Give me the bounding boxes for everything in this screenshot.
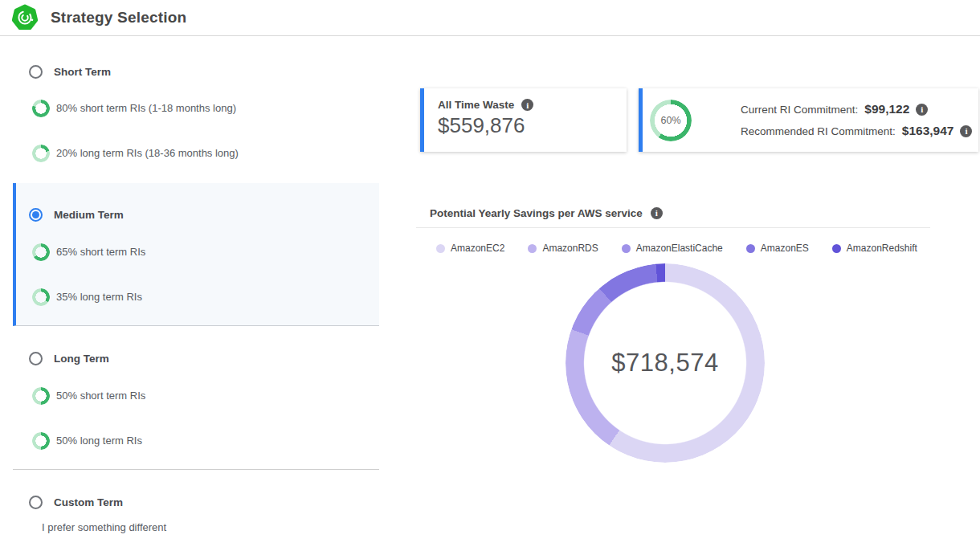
allocation-item: 65% short term RIs <box>13 243 379 262</box>
allocation-item: 20% long term RIs (18-36 months long) <box>13 144 379 163</box>
strategy-selection-page: Strategy Selection Short Term80% short t… <box>0 0 980 555</box>
current-ri-label: Current RI Commitment: <box>741 104 858 116</box>
recommended-ri-info-icon[interactable]: i <box>960 125 972 137</box>
section-divider <box>13 469 379 470</box>
allocation-ring-icon <box>32 145 50 162</box>
legend-item-amazonredshift[interactable]: AmazonRedshift <box>832 243 917 254</box>
legend-label: AmazonRDS <box>542 243 598 254</box>
ri-commitment-card: 60% Current RI Commitment: $99,122 i Rec… <box>639 88 978 152</box>
chart-info-icon[interactable]: i <box>651 207 663 219</box>
allocation-label: 20% long term RIs (18-36 months long) <box>56 147 239 159</box>
legend-label: AmazonRedshift <box>847 243 917 254</box>
strategy-panel: Short Term80% short term RIs (1-18 month… <box>13 36 379 555</box>
recommended-ri-value: $163,947 <box>902 124 954 138</box>
legend-dot-icon <box>622 244 631 253</box>
strategy-option-short-term[interactable]: Short Term <box>13 62 379 81</box>
allocation-label: 80% short term RIs (1-18 months long) <box>56 102 236 114</box>
allocation-item: 80% short term RIs (1-18 months long) <box>13 99 379 118</box>
allocation-ring-icon <box>32 288 50 306</box>
strategy-label: Long Term <box>54 353 109 365</box>
allocation-item: 50% long term RIs <box>13 431 379 451</box>
radio-custom-term[interactable] <box>29 496 43 509</box>
allocation-ring-icon <box>32 432 50 450</box>
strategy-label: Medium Term <box>54 209 124 221</box>
allocation-ring-icon <box>32 100 50 117</box>
all-time-waste-value: $559,876 <box>438 113 627 138</box>
page-header: Strategy Selection <box>0 0 980 36</box>
strategy-label: Custom Term <box>54 496 123 508</box>
legend-label: AmazonES <box>761 243 809 254</box>
recommended-ri-label: Recommended RI Commitment: <box>741 125 896 137</box>
strategy-option-long-term[interactable]: Long Term <box>13 349 379 368</box>
allocation-label: 50% short term RIs <box>56 390 145 402</box>
recommended-ri-row: Recommended RI Commitment: $163,947 i <box>741 124 972 138</box>
current-ri-row: Current RI Commitment: $99,122 i <box>741 102 972 116</box>
legend-dot-icon <box>528 244 537 253</box>
allocation-label: 65% short term RIs <box>56 246 145 258</box>
allocation-ring-icon <box>32 387 50 405</box>
legend-item-amazonrds[interactable]: AmazonRDS <box>528 243 598 254</box>
strategy-option-medium-term[interactable]: Medium Term <box>13 205 379 224</box>
current-ri-info-icon[interactable]: i <box>916 104 928 116</box>
legend-item-amazonelasticache[interactable]: AmazonElastiCache <box>622 243 723 254</box>
allocation-label: 35% long term RIs <box>56 291 142 303</box>
radio-medium-term[interactable] <box>29 208 43 222</box>
allocation-item: 50% short term RIs <box>13 386 379 406</box>
legend-dot-icon <box>832 244 841 253</box>
chart-title: Potential Yearly Savings per AWS service <box>430 207 643 219</box>
all-time-waste-card: All Time Waste i $559,876 <box>420 88 627 152</box>
radio-long-term[interactable] <box>29 352 43 365</box>
strategy-label: Short Term <box>54 66 111 78</box>
all-time-waste-title-row: All Time Waste i <box>438 99 627 111</box>
allocation-label: 50% long term RIs <box>56 435 142 447</box>
legend-dot-icon <box>746 244 755 253</box>
chart-divider <box>416 227 930 228</box>
donut-chart: $718,574 <box>566 263 765 463</box>
custom-term-description: I prefer something different <box>42 521 166 533</box>
app-logo-icon <box>11 4 39 31</box>
allocation-item: 35% long term RIs <box>13 288 379 307</box>
chart-legend: AmazonEC2AmazonRDSAmazonElastiCacheAmazo… <box>436 241 917 255</box>
all-time-waste-info-icon[interactable]: i <box>521 99 533 111</box>
radio-short-term[interactable] <box>29 65 43 79</box>
gauge-percent-label: 60% <box>650 100 692 141</box>
legend-label: AmazonEC2 <box>451 243 504 254</box>
all-time-waste-label: All Time Waste <box>438 99 514 111</box>
legend-item-amazonec2[interactable]: AmazonEC2 <box>436 243 504 254</box>
legend-dot-icon <box>436 244 445 253</box>
commitment-rows: Current RI Commitment: $99,122 i Recomme… <box>741 102 972 138</box>
legend-item-amazones[interactable]: AmazonES <box>746 243 809 254</box>
legend-label: AmazonElastiCache <box>636 243 723 254</box>
strategy-option-custom-term[interactable]: Custom Term <box>13 492 379 512</box>
donut-center-total: $718,574 <box>566 263 765 463</box>
page-title: Strategy Selection <box>51 9 186 27</box>
allocation-ring-icon <box>32 243 50 261</box>
current-ri-value: $99,122 <box>864 102 909 116</box>
ri-coverage-gauge: 60% <box>650 100 692 141</box>
chart-title-row: Potential Yearly Savings per AWS service… <box>430 205 663 221</box>
